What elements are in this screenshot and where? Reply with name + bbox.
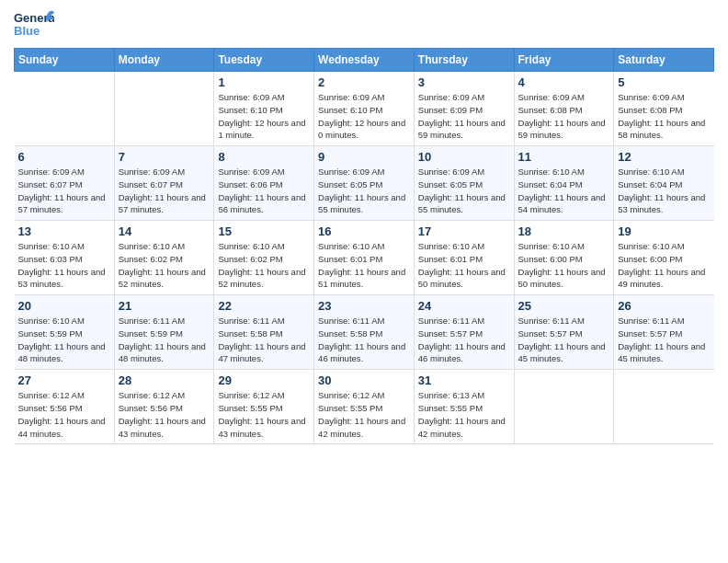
calendar-cell: 28 Sunrise: 6:12 AM Sunset: 5:56 PM Dayl… [114,370,214,444]
sunset-text: Sunset: 6:10 PM [218,105,282,115]
daylight-text: Daylight: 11 hours and 52 minutes. [119,267,206,290]
daylight-text: Daylight: 12 hours and 1 minute. [218,118,305,141]
calendar-cell: 21 Sunrise: 6:11 AM Sunset: 5:59 PM Dayl… [114,295,214,370]
daylight-text: Daylight: 11 hours and 59 minutes. [418,118,506,141]
day-info: Sunrise: 6:10 AM Sunset: 6:00 PM Dayligh… [618,240,710,291]
sunset-text: Sunset: 6:01 PM [318,254,382,264]
sunset-text: Sunset: 5:56 PM [119,403,183,413]
sunrise-text: Sunrise: 6:09 AM [318,92,384,102]
daylight-text: Daylight: 11 hours and 42 minutes. [418,416,506,439]
day-number: 9 [318,150,410,164]
day-number: 22 [218,299,310,313]
sunrise-text: Sunrise: 6:12 AM [318,390,384,400]
day-info: Sunrise: 6:09 AM Sunset: 6:10 PM Dayligh… [318,91,410,142]
daylight-text: Daylight: 11 hours and 48 minutes. [119,341,206,364]
daylight-text: Daylight: 11 hours and 48 minutes. [18,341,106,364]
day-info: Sunrise: 6:09 AM Sunset: 6:07 PM Dayligh… [119,166,210,216]
weekday-header: Sunday [15,49,115,72]
day-info: Sunrise: 6:11 AM Sunset: 5:57 PM Dayligh… [518,315,610,365]
svg-text:Blue: Blue [14,24,40,38]
sunrise-text: Sunrise: 6:09 AM [418,92,484,102]
day-info: Sunrise: 6:10 AM Sunset: 6:01 PM Dayligh… [318,240,410,291]
sunrise-text: Sunrise: 6:10 AM [18,241,85,251]
day-number: 23 [318,299,410,313]
sunset-text: Sunset: 6:03 PM [18,254,83,264]
header-row: SundayMondayTuesdayWednesdayThursdayFrid… [15,49,714,72]
day-number: 15 [218,224,310,238]
day-number: 13 [18,224,110,238]
calendar-week-row: 20 Sunrise: 6:10 AM Sunset: 5:59 PM Dayl… [15,295,714,370]
weekday-header: Wednesday [314,49,415,72]
calendar-table: SundayMondayTuesdayWednesdayThursdayFrid… [14,48,714,444]
day-info: Sunrise: 6:12 AM Sunset: 5:56 PM Dayligh… [18,389,110,440]
daylight-text: Daylight: 11 hours and 42 minutes. [318,416,405,439]
daylight-text: Daylight: 11 hours and 44 minutes. [18,416,106,439]
daylight-text: Daylight: 11 hours and 59 minutes. [518,118,606,141]
daylight-text: Daylight: 11 hours and 54 minutes. [518,192,606,215]
calendar-cell: 8 Sunrise: 6:09 AM Sunset: 6:06 PM Dayli… [214,146,314,221]
calendar-cell: 12 Sunrise: 6:10 AM Sunset: 6:04 PM Dayl… [614,146,714,221]
calendar-cell: 25 Sunrise: 6:11 AM Sunset: 5:57 PM Dayl… [514,295,614,370]
day-info: Sunrise: 6:10 AM Sunset: 6:04 PM Dayligh… [618,166,710,216]
calendar-cell: 31 Sunrise: 6:13 AM Sunset: 5:55 PM Dayl… [414,370,514,444]
weekday-header: Thursday [414,49,514,72]
sunset-text: Sunset: 6:01 PM [418,254,483,264]
calendar-cell: 27 Sunrise: 6:12 AM Sunset: 5:56 PM Dayl… [15,370,115,444]
day-info: Sunrise: 6:09 AM Sunset: 6:07 PM Dayligh… [18,166,110,216]
daylight-text: Daylight: 11 hours and 53 minutes. [618,192,705,215]
day-number: 21 [119,299,210,313]
day-number: 4 [518,75,610,89]
day-number: 27 [18,373,110,387]
sunset-text: Sunset: 5:57 PM [518,328,583,339]
sunrise-text: Sunrise: 6:13 AM [418,390,484,400]
header: General Blue [14,9,714,42]
sunset-text: Sunset: 6:05 PM [418,179,483,190]
daylight-text: Daylight: 11 hours and 46 minutes. [418,341,506,364]
sunrise-text: Sunrise: 6:12 AM [218,390,284,400]
daylight-text: Daylight: 11 hours and 49 minutes. [618,267,705,290]
sunrise-text: Sunrise: 6:09 AM [18,167,85,177]
sunrise-text: Sunrise: 6:11 AM [218,316,284,326]
calendar-cell: 1 Sunrise: 6:09 AM Sunset: 6:10 PM Dayli… [214,72,314,146]
calendar-week-row: 1 Sunrise: 6:09 AM Sunset: 6:10 PM Dayli… [15,72,714,146]
page-container: General Blue SundayMondayTuesdayWednesda… [0,0,728,454]
day-info: Sunrise: 6:09 AM Sunset: 6:09 PM Dayligh… [418,91,510,142]
daylight-text: Daylight: 11 hours and 55 minutes. [418,192,506,215]
sunrise-text: Sunrise: 6:12 AM [119,390,185,400]
sunset-text: Sunset: 6:04 PM [518,179,583,190]
day-number: 7 [119,150,210,164]
day-info: Sunrise: 6:11 AM Sunset: 5:57 PM Dayligh… [418,315,510,365]
day-number: 24 [418,299,510,313]
sunset-text: Sunset: 6:07 PM [119,179,183,190]
sunset-text: Sunset: 6:07 PM [18,179,83,190]
daylight-text: Daylight: 11 hours and 50 minutes. [518,267,606,290]
day-info: Sunrise: 6:09 AM Sunset: 6:05 PM Dayligh… [418,166,510,216]
sunset-text: Sunset: 5:59 PM [119,328,183,339]
sunrise-text: Sunrise: 6:09 AM [218,92,284,102]
sunrise-text: Sunrise: 6:10 AM [618,241,684,251]
sunset-text: Sunset: 5:59 PM [18,328,83,339]
calendar-week-row: 6 Sunrise: 6:09 AM Sunset: 6:07 PM Dayli… [15,146,714,221]
sunrise-text: Sunrise: 6:09 AM [418,167,484,177]
calendar-cell: 3 Sunrise: 6:09 AM Sunset: 6:09 PM Dayli… [414,72,514,146]
calendar-cell: 11 Sunrise: 6:10 AM Sunset: 6:04 PM Dayl… [514,146,614,221]
calendar-cell: 23 Sunrise: 6:11 AM Sunset: 5:58 PM Dayl… [314,295,415,370]
sunset-text: Sunset: 6:00 PM [518,254,583,264]
day-number: 1 [218,75,310,89]
calendar-cell: 15 Sunrise: 6:10 AM Sunset: 6:02 PM Dayl… [214,221,314,295]
calendar-cell: 18 Sunrise: 6:10 AM Sunset: 6:00 PM Dayl… [514,221,614,295]
day-info: Sunrise: 6:10 AM Sunset: 6:01 PM Dayligh… [418,240,510,291]
sunrise-text: Sunrise: 6:12 AM [18,390,85,400]
daylight-text: Daylight: 11 hours and 45 minutes. [618,341,705,364]
sunset-text: Sunset: 6:02 PM [119,254,183,264]
daylight-text: Daylight: 11 hours and 52 minutes. [218,267,305,290]
day-info: Sunrise: 6:09 AM Sunset: 6:06 PM Dayligh… [218,166,310,216]
calendar-cell: 2 Sunrise: 6:09 AM Sunset: 6:10 PM Dayli… [314,72,415,146]
sunrise-text: Sunrise: 6:10 AM [18,316,85,326]
calendar-cell: 22 Sunrise: 6:11 AM Sunset: 5:58 PM Dayl… [214,295,314,370]
weekday-header: Monday [114,49,214,72]
day-number: 26 [618,299,710,313]
sunset-text: Sunset: 5:58 PM [318,328,382,339]
day-info: Sunrise: 6:11 AM Sunset: 5:58 PM Dayligh… [318,315,410,365]
day-info: Sunrise: 6:11 AM Sunset: 5:57 PM Dayligh… [618,315,710,365]
